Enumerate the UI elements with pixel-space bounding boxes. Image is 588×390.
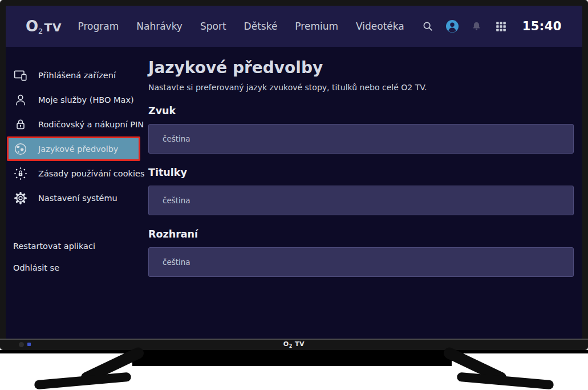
audio-language-select[interactable]: čeština bbox=[148, 124, 574, 154]
tv-bezel-frame: O2TV Program Nahrávky Sport Dětské Premi… bbox=[0, 0, 588, 350]
nav-item-videoteka[interactable]: Videotéka bbox=[356, 21, 404, 32]
section-label-rozhrani: Rozhraní bbox=[148, 228, 574, 240]
subtitles-language-value: čeština bbox=[163, 196, 190, 205]
tv-screen: O2TV Program Nahrávky Sport Dětské Premi… bbox=[6, 6, 582, 339]
o2tv-logo[interactable]: O2TV bbox=[26, 18, 62, 35]
logo-o: O bbox=[26, 18, 38, 35]
logo-sub2: 2 bbox=[38, 27, 43, 35]
nav-item-program[interactable]: Program bbox=[78, 21, 119, 32]
search-icon[interactable] bbox=[421, 19, 435, 33]
section-label-titulky: Titulky bbox=[148, 167, 574, 178]
sidebar-item-label: Jazykové předvolby bbox=[38, 144, 118, 154]
tv-under-shadow bbox=[132, 350, 452, 366]
nav-item-premium[interactable]: Premium bbox=[295, 21, 338, 32]
notifications-bell-icon[interactable] bbox=[470, 19, 484, 33]
audio-language-value: čeština bbox=[163, 134, 190, 143]
sidebar-item-label: Nastavení systému bbox=[38, 194, 117, 203]
sidebar-item-odhlasit-se[interactable]: Odhlásit se bbox=[6, 257, 148, 279]
sidebar-item-label: Moje služby (HBO Max) bbox=[38, 95, 134, 104]
interface-language-select[interactable]: čeština bbox=[148, 247, 574, 277]
top-navigation-bar: O2TV Program Nahrávky Sport Dětské Premi… bbox=[6, 6, 582, 47]
lock-icon bbox=[13, 117, 28, 132]
sidebar-item-prihlasena-zarizeni[interactable]: Přihlášená zařízení bbox=[6, 63, 148, 87]
sidebar-footer: Restartovat aplikaci Odhlásit se bbox=[6, 235, 148, 279]
apps-grid-icon[interactable] bbox=[494, 19, 508, 33]
user-icon bbox=[13, 93, 28, 107]
settings-sidebar: Přihlášená zařízení Moje služby (HBO Max… bbox=[6, 47, 148, 279]
page-title: Jazykové předvolby bbox=[148, 58, 574, 78]
cookies-privacy-icon bbox=[13, 166, 28, 181]
tv-brand-label: O2 TV bbox=[283, 340, 305, 349]
tv-bottom-bezel: O2 TV bbox=[0, 339, 588, 350]
globe-icon bbox=[13, 142, 28, 156]
sidebar-item-restartovat-aplikaci[interactable]: Restartovat aplikaci bbox=[6, 235, 148, 257]
sidebar-item-zasady-cookies[interactable]: Zásady používání cookies bbox=[6, 161, 148, 186]
nav-item-sport[interactable]: Sport bbox=[200, 21, 226, 32]
sidebar-item-label: Přihlášená zařízení bbox=[38, 71, 116, 80]
sidebar-item-rodicovsky-pin[interactable]: Rodičovský a nákupní PIN bbox=[6, 112, 148, 136]
nav-item-detske[interactable]: Dětské bbox=[244, 21, 278, 32]
content-area: Přihlášená zařízení Moje služby (HBO Max… bbox=[6, 47, 582, 279]
section-label-zvuk: Zvuk bbox=[148, 105, 574, 116]
screenshot-stage: O2TV Program Nahrávky Sport Dětské Premi… bbox=[0, 0, 588, 390]
nav-item-nahravky[interactable]: Nahrávky bbox=[136, 21, 183, 32]
tv-power-led bbox=[27, 343, 31, 346]
devices-icon bbox=[13, 68, 28, 83]
language-preferences-panel: Jazykové předvolby Nastavte si preferova… bbox=[148, 47, 582, 279]
logo-tv: TV bbox=[44, 21, 62, 34]
sidebar-item-moje-sluzby[interactable]: Moje služby (HBO Max) bbox=[6, 87, 148, 112]
sidebar-item-jazykove-predvolby[interactable]: Jazykové předvolby bbox=[7, 136, 140, 161]
sidebar-item-label: Restartovat aplikaci bbox=[13, 242, 95, 251]
nav-right-cluster: 15:40 bbox=[421, 19, 562, 33]
tv-ir-sensor bbox=[19, 342, 24, 347]
gear-icon bbox=[13, 191, 28, 206]
sidebar-item-label: Rodičovský a nákupní PIN bbox=[38, 120, 144, 129]
sidebar-item-label: Zásady používání cookies bbox=[38, 169, 144, 178]
profile-avatar-icon[interactable] bbox=[445, 19, 459, 33]
sidebar-item-label: Odhlásit se bbox=[13, 263, 59, 272]
interface-language-value: čeština bbox=[163, 258, 190, 267]
clock-time: 15:40 bbox=[522, 19, 562, 33]
nav-menu: Program Nahrávky Sport Dětské Premium Vi… bbox=[78, 21, 404, 32]
page-subtitle: Nastavte si preferovaný jazyk zvukové st… bbox=[148, 83, 574, 92]
subtitles-language-select[interactable]: čeština bbox=[148, 186, 574, 215]
sidebar-item-nastaveni-systemu[interactable]: Nastavení systému bbox=[6, 186, 148, 210]
